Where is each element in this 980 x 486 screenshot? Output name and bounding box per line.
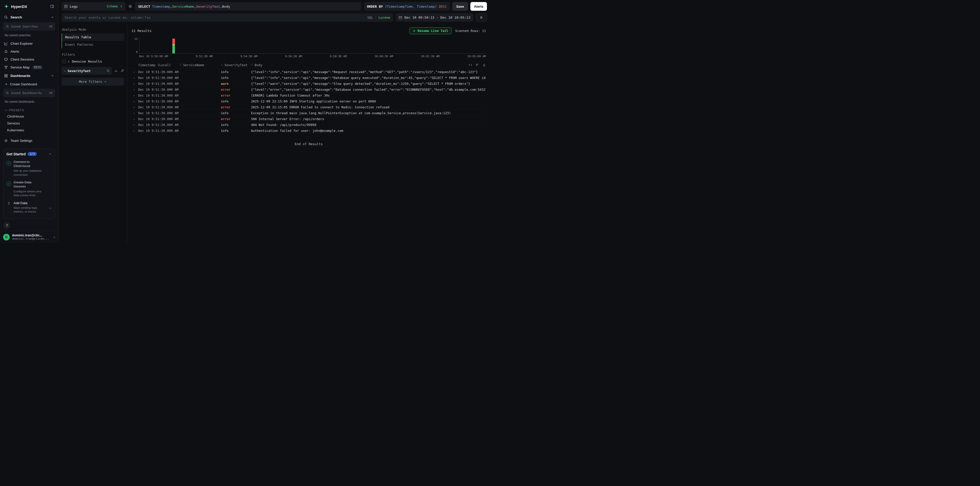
hyperdx-logo-icon bbox=[4, 4, 9, 9]
sidebar-section-search[interactable]: Search bbox=[0, 13, 58, 22]
col-header-service[interactable]: ⠿ServiceName bbox=[180, 63, 221, 67]
col-header-severity[interactable]: ⠿SeverityText bbox=[221, 63, 251, 67]
preset-label: Kubernetes bbox=[7, 128, 24, 132]
row-expand-icon[interactable]: › bbox=[132, 94, 138, 97]
run-query-button[interactable] bbox=[476, 13, 487, 22]
row-expand-icon[interactable]: › bbox=[132, 82, 138, 86]
get-started-item-add-data[interactable]: 3 Add Data Start sending logs, metrics, … bbox=[6, 199, 52, 216]
date-range-picker[interactable]: Dec 10 09:50:13 - Dec 10 10:05:13 bbox=[396, 13, 473, 22]
table-row[interactable]: › Dec 10 9:51:30.000 AM info 2025-12-09 … bbox=[132, 98, 486, 104]
sidebar-item-alerts[interactable]: Alerts bbox=[0, 48, 58, 56]
row-expand-icon[interactable]: › bbox=[132, 76, 138, 80]
saved-dashboards-field[interactable] bbox=[11, 91, 47, 95]
sql-toggle[interactable]: SQL bbox=[367, 16, 373, 19]
lucene-toggle[interactable]: Lucene bbox=[379, 16, 390, 19]
query-topbar: Logs Schema SELECT Timestamp,ServiceName… bbox=[59, 0, 490, 13]
get-started-item-sources[interactable]: ✓ Create Data Sources Configure where yo… bbox=[6, 178, 52, 199]
preset-item[interactable]: ClickHouse bbox=[0, 113, 58, 120]
saved-searches-field[interactable] bbox=[11, 24, 47, 29]
save-button[interactable]: Save bbox=[452, 2, 468, 11]
row-expand-icon[interactable]: › bbox=[132, 123, 138, 127]
filter-severitytext[interactable]: › SeverityText bbox=[62, 67, 112, 75]
drag-handle-icon[interactable]: ⠿ bbox=[180, 64, 181, 67]
order-by-input[interactable]: ORDER BY (TimestampTime, Timestamp) DESC bbox=[364, 2, 450, 11]
shortcut-badge: ⌘K bbox=[49, 25, 52, 29]
source-settings-gear-icon[interactable] bbox=[128, 4, 133, 8]
mode-event-patterns[interactable]: Event Patterns bbox=[62, 41, 124, 48]
col-header-body[interactable]: ⠿Body bbox=[251, 63, 466, 67]
filter-chart-icon[interactable] bbox=[115, 69, 118, 73]
sql-query-input[interactable]: SELECT Timestamp,ServiceName,SeverityTex… bbox=[135, 2, 361, 11]
sidebar-item-label: Client Sessions bbox=[11, 57, 34, 61]
row-expand-icon[interactable]: › bbox=[132, 70, 138, 74]
query-token: Body bbox=[222, 5, 230, 8]
col-header-timestamp[interactable]: Timestamp (Local) bbox=[138, 63, 180, 67]
help-button[interactable]: ? bbox=[3, 222, 10, 229]
sidebar-section-dashboards[interactable]: Dashboards bbox=[0, 71, 58, 80]
cell-body: {"level":"info","service":"api","message… bbox=[251, 70, 486, 74]
cell-body: 404 Not Found: /api/products/99999 bbox=[251, 123, 486, 127]
table-row[interactable]: › Dec 10 9:51:30.000 AM info {"level":"i… bbox=[132, 75, 486, 80]
row-expand-icon[interactable]: › bbox=[132, 129, 138, 132]
query-token: Timestamp bbox=[152, 5, 170, 8]
sidebar-section-label: Dashboards bbox=[11, 74, 30, 78]
preset-item[interactable]: Services bbox=[0, 120, 58, 127]
order-token: (TimestampTime, Timestamp) bbox=[385, 5, 437, 8]
row-expand-icon[interactable]: › bbox=[132, 117, 138, 121]
table-row[interactable]: › Dec 10 9:51:30.000 AM error 2025-12-09… bbox=[132, 104, 486, 110]
get-started-item-connect[interactable]: ✓ Connect to ClickHouse Set up your data… bbox=[6, 158, 52, 179]
event-search-field[interactable] bbox=[65, 16, 364, 19]
cell-timestamp: Dec 10 9:51:30.000 AM bbox=[138, 76, 180, 80]
drag-handle-icon[interactable]: ⠿ bbox=[251, 64, 253, 67]
preset-item[interactable]: Kubernetes bbox=[0, 127, 58, 134]
user-name: dominic.tran@clic... bbox=[12, 234, 49, 237]
saved-searches-input[interactable]: ⌘K bbox=[3, 22, 55, 31]
filters-title: Filters bbox=[62, 53, 124, 56]
presets-header[interactable]: PRESETS bbox=[0, 106, 58, 113]
sidebar-item-client-sessions[interactable]: Client Sessions bbox=[0, 56, 58, 64]
row-expand-icon[interactable]: › bbox=[132, 99, 138, 103]
cell-body: 2025-12-09 22:15:05 ERROR Failed to conn… bbox=[251, 105, 486, 109]
query-token: SeverityText bbox=[196, 5, 220, 8]
download-icon[interactable] bbox=[482, 63, 486, 67]
table-row[interactable]: › Dec 10 9:51:30.000 AM info Authenticat… bbox=[132, 127, 486, 133]
source-select[interactable]: Logs Schema bbox=[62, 2, 126, 11]
table-row[interactable]: › Dec 10 9:51:30.000 AM warn {"level":"w… bbox=[132, 80, 486, 86]
create-dashboard-button[interactable]: Create Dashboard bbox=[0, 80, 58, 88]
monitor-icon bbox=[4, 57, 8, 61]
table-row[interactable]: › Dec 10 9:51:30.000 AM error {"level":"… bbox=[132, 86, 486, 92]
event-search-input[interactable]: SQL | Lucene bbox=[62, 13, 393, 22]
drag-handle-icon[interactable]: ⠿ bbox=[221, 64, 223, 67]
row-expand-icon[interactable]: › bbox=[132, 105, 138, 109]
table-row[interactable]: › Dec 10 9:51:30.000 AM info Exception i… bbox=[132, 110, 486, 116]
mode-results-table[interactable]: Results Table bbox=[62, 33, 124, 41]
row-expand-icon[interactable]: › bbox=[132, 88, 138, 91]
order-token: DESC bbox=[437, 5, 447, 8]
sidebar-item-team-settings[interactable]: Team Settings bbox=[0, 137, 58, 145]
more-filters-button[interactable]: More filters bbox=[62, 78, 124, 86]
filter-search-icon[interactable] bbox=[107, 69, 110, 72]
cell-timestamp: Dec 10 9:51:30.000 AM bbox=[138, 99, 180, 103]
sidebar-collapse-icon[interactable] bbox=[50, 4, 54, 8]
filter-pin-icon[interactable] bbox=[121, 69, 124, 73]
create-dashboard-label: Create Dashboard bbox=[10, 82, 37, 86]
format-code-icon[interactable] bbox=[469, 63, 472, 67]
sidebar-item-service-map[interactable]: Service Map BETA bbox=[0, 64, 58, 71]
sidebar-section-label: Search bbox=[11, 15, 22, 19]
table-row[interactable]: › Dec 10 9:51:30.000 AM info 404 Not Fou… bbox=[132, 122, 486, 127]
user-menu[interactable]: D dominic.tran@clic... dominic.tran@clic… bbox=[0, 231, 58, 243]
denoise-checkbox[interactable] bbox=[62, 59, 66, 64]
resume-live-tail-button[interactable]: Resume Live Tail bbox=[409, 27, 452, 34]
alerts-button[interactable]: Alerts bbox=[470, 2, 487, 11]
table-row[interactable]: › Dec 10 9:51:30.000 AM error [ERROR] La… bbox=[132, 92, 486, 98]
table-row[interactable]: › Dec 10 9:51:30.000 AM info {"level":"i… bbox=[132, 69, 486, 75]
saved-dashboards-input[interactable]: ⌘K bbox=[3, 89, 55, 97]
saved-dashboards-empty: No saved dashboards bbox=[0, 97, 58, 106]
avatar: D bbox=[3, 234, 10, 241]
order-token: ORDER BY bbox=[367, 5, 385, 8]
sidebar-item-chart-explorer[interactable]: Chart Explorer bbox=[0, 40, 58, 48]
column-settings-icon[interactable] bbox=[476, 63, 479, 67]
get-started-header[interactable]: Get Started 2/3 bbox=[6, 152, 52, 156]
table-row[interactable]: › Dec 10 9:51:30.000 AM error 500 Intern… bbox=[132, 116, 486, 122]
row-expand-icon[interactable]: › bbox=[132, 111, 138, 115]
